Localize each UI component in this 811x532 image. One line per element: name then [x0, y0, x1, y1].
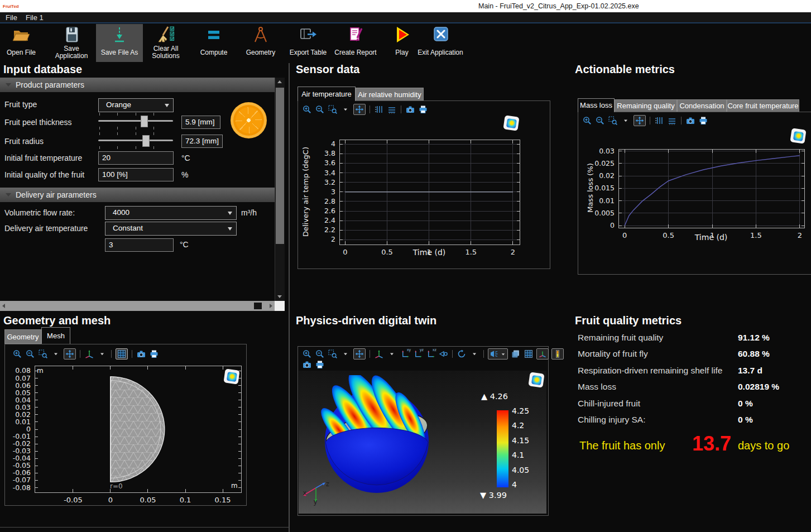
- x-axis-data-icon[interactable]: [387, 105, 397, 114]
- exit-application-button[interactable]: Exit Application: [417, 24, 464, 62]
- tab-condensation[interactable]: Condensation: [677, 99, 727, 112]
- create-report-button[interactable]: Create Report: [332, 24, 379, 62]
- rotate-icon[interactable]: [457, 349, 467, 358]
- volumetric-flow-rate-select[interactable]: 4000: [105, 206, 237, 220]
- product-parameters-header[interactable]: Product parameters: [0, 78, 275, 92]
- open-file-button[interactable]: Open File: [0, 24, 45, 62]
- tab-geometry[interactable]: Geometry: [4, 329, 41, 344]
- massloss-xlabel: Time (d): [683, 233, 739, 242]
- tab-mesh[interactable]: Mesh: [41, 327, 70, 344]
- zoom-box-dropdown-icon[interactable]: [51, 349, 61, 358]
- comsol-logo-button[interactable]: [503, 115, 519, 131]
- fruit-radius-field[interactable]: 72.3 [mm]: [181, 135, 223, 148]
- horizontal-scroll-thumb[interactable]: [254, 303, 262, 309]
- scene-light-dropdown-icon[interactable]: [500, 351, 506, 357]
- clear-all-solutions-button[interactable]: Clear All Solutions: [142, 24, 189, 62]
- geometry-button[interactable]: Geometry: [237, 24, 284, 62]
- show-axes-icon[interactable]: [536, 348, 549, 360]
- scene-light-icon[interactable]: [490, 349, 498, 358]
- menu-file-1[interactable]: File 1: [23, 13, 46, 22]
- zoom-box-icon[interactable]: [38, 349, 48, 358]
- tab-remaining-quality[interactable]: Remaining quality: [615, 99, 677, 112]
- comsol-logo-button[interactable]: [790, 128, 806, 143]
- view-yz-icon[interactable]: yz: [412, 349, 423, 358]
- compute-button[interactable]: Compute: [190, 24, 237, 62]
- save-file-as-button[interactable]: Save File As: [96, 24, 143, 62]
- view-orientation-icon[interactable]: [84, 349, 94, 358]
- comsol-logo-button[interactable]: [223, 368, 239, 384]
- camera-icon[interactable]: [685, 116, 695, 125]
- print-icon[interactable]: [149, 349, 159, 358]
- zoom-out-icon[interactable]: [595, 116, 605, 125]
- zoom-in-icon[interactable]: [582, 116, 592, 125]
- zoom-out-icon[interactable]: [315, 349, 325, 358]
- view-xy-icon[interactable]: xy: [400, 349, 410, 358]
- show-grid-icon[interactable]: [524, 349, 534, 358]
- zoom-box-dropdown-icon[interactable]: [340, 105, 351, 114]
- perspective-icon[interactable]: [438, 349, 448, 358]
- zoom-out-icon[interactable]: [315, 105, 325, 114]
- delivery-air-parameters-header[interactable]: Delivery air parameters: [0, 188, 275, 202]
- zoom-box-dropdown-icon[interactable]: [621, 116, 631, 125]
- view-dropdown-icon[interactable]: [97, 349, 107, 358]
- horizontal-scrollbar[interactable]: [0, 301, 275, 311]
- scene-light-group[interactable]: [488, 348, 508, 360]
- mass-loss-chart[interactable]: 00.0050.010.0150.020.0250.0300.511.52: [618, 149, 805, 228]
- initial-fruit-temperature-field[interactable]: 20: [98, 151, 174, 165]
- print-icon[interactable]: [418, 105, 428, 114]
- constant-temperature-field[interactable]: 3: [105, 238, 174, 252]
- print-icon[interactable]: [315, 360, 325, 369]
- zoom-extents-icon[interactable]: [64, 348, 76, 360]
- zoom-in-icon[interactable]: [302, 349, 312, 358]
- fruit-peel-thickness-field[interactable]: 5.9 [mm]: [181, 116, 220, 129]
- zoom-in-icon[interactable]: [302, 105, 312, 114]
- zoom-extents-icon[interactable]: [353, 104, 366, 115]
- x-axis-data-icon[interactable]: [667, 116, 677, 125]
- delivery-air-temperature-select[interactable]: Constant: [105, 222, 237, 236]
- initial-quality-field[interactable]: 100 [%]: [98, 168, 174, 181]
- y-axis-data-icon[interactable]: [374, 105, 384, 114]
- zoom-extents-icon[interactable]: [634, 115, 646, 126]
- view-dropdown-icon[interactable]: [387, 349, 397, 358]
- zoom-box-dropdown-icon[interactable]: [340, 349, 351, 358]
- vertical-scrollbar[interactable]: [275, 78, 285, 301]
- tab-air-relative-humidity[interactable]: Air relative humidity: [356, 88, 424, 101]
- rotate-dropdown-icon[interactable]: [469, 349, 479, 358]
- view-orientation-icon[interactable]: [374, 349, 384, 358]
- slider-thumb[interactable]: [141, 116, 148, 127]
- camera-icon[interactable]: [405, 105, 415, 114]
- sensor-chart[interactable]: 22.22.42.62.833.23.43.63.8400.511.52: [339, 140, 520, 245]
- menu-file[interactable]: File: [3, 13, 20, 22]
- zoom-out-icon[interactable]: [25, 349, 35, 358]
- slider-thumb[interactable]: [142, 135, 150, 147]
- transparency-icon[interactable]: [511, 349, 521, 358]
- fruit-peel-thickness-slider[interactable]: [98, 113, 173, 130]
- view-xz-icon[interactable]: xz: [425, 349, 435, 358]
- toolbar-separator: [369, 350, 370, 358]
- show-legend-icon[interactable]: [551, 348, 564, 360]
- fruit-radius-slider[interactable]: [98, 132, 173, 149]
- tab-air-temperature[interactable]: Air temperature: [297, 87, 356, 101]
- y-axis-data-icon[interactable]: [654, 116, 664, 125]
- camera-icon[interactable]: [136, 349, 146, 358]
- scroll-left-icon[interactable]: [2, 304, 5, 308]
- zoom-box-icon[interactable]: [328, 349, 338, 358]
- save-application-button[interactable]: Save Application: [48, 24, 95, 62]
- export-table-button[interactable]: Export Table: [285, 24, 332, 62]
- camera-icon[interactable]: [302, 360, 312, 369]
- zoom-box-icon[interactable]: [608, 116, 618, 125]
- zoom-extents-icon[interactable]: [353, 348, 366, 360]
- scroll-down-icon[interactable]: [277, 295, 282, 298]
- scroll-right-icon[interactable]: [270, 304, 272, 308]
- comsol-logo-button[interactable]: [528, 372, 544, 387]
- scroll-up-icon[interactable]: [277, 80, 282, 83]
- print-icon[interactable]: [698, 116, 708, 125]
- zoom-box-icon[interactable]: [328, 105, 338, 114]
- show-grid-icon[interactable]: [116, 348, 128, 360]
- tab-mass-loss[interactable]: Mass loss: [578, 98, 615, 112]
- fruit-type-select[interactable]: Orange: [98, 98, 174, 112]
- zoom-in-icon[interactable]: [12, 349, 22, 358]
- vertical-scroll-thumb[interactable]: [276, 88, 284, 244]
- tab-core-fruit-temperature[interactable]: Core fruit temperature: [727, 99, 799, 112]
- mesh-plot[interactable]: 0.080.070.060.050.040.030.020.010-0.01-0…: [35, 366, 242, 493]
